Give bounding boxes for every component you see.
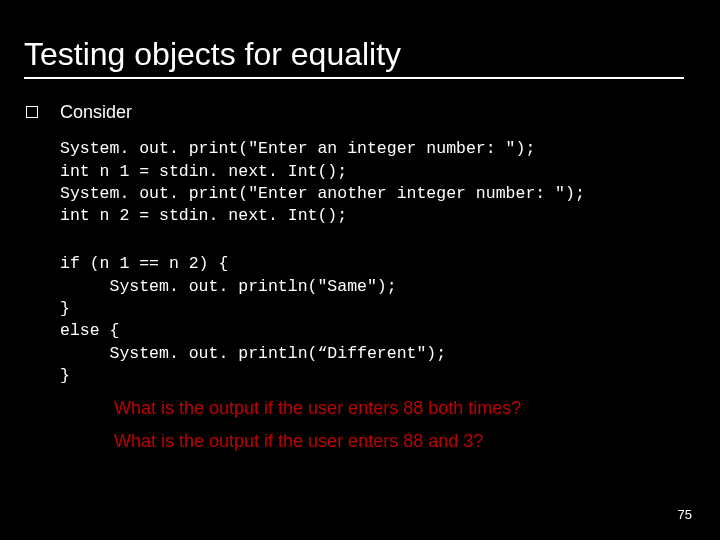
slide-title: Testing objects for equality [0, 0, 720, 77]
slide-body: Consider System. out. print("Enter an in… [0, 79, 720, 454]
slide: Testing objects for equality Consider Sy… [0, 0, 720, 540]
code-line: else { [60, 321, 119, 340]
question-1: What is the output if the user enters 88… [114, 397, 696, 420]
code-line: } [60, 299, 70, 318]
code-line: System. out. println(“Different"); [60, 344, 446, 363]
code-line: int n 1 = stdin. next. Int(); [60, 162, 347, 181]
code-line: } [60, 366, 70, 385]
slide-number: 75 [678, 507, 692, 522]
question-2: What is the output if the user enters 88… [114, 430, 696, 453]
code-block-1: System. out. print("Enter an integer num… [60, 138, 696, 227]
questions: What is the output if the user enters 88… [114, 397, 696, 454]
code-line: System. out. println("Same"); [60, 277, 397, 296]
lead-word: Consider [60, 101, 132, 124]
bullet-box-icon [26, 106, 38, 118]
code-line: System. out. print("Enter another intege… [60, 184, 585, 203]
bullet-row: Consider [24, 101, 696, 124]
code-block-2: if (n 1 == n 2) { System. out. println("… [60, 253, 696, 387]
code-line: System. out. print("Enter an integer num… [60, 139, 535, 158]
code-line: int n 2 = stdin. next. Int(); [60, 206, 347, 225]
code-line: if (n 1 == n 2) { [60, 254, 228, 273]
